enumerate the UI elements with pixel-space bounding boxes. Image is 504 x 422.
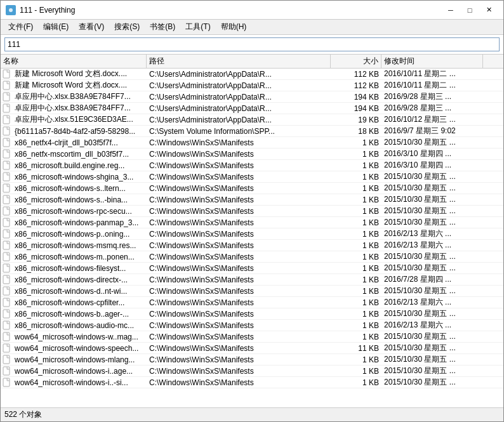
file-icon (1, 240, 12, 251)
file-icon (1, 343, 12, 354)
table-row[interactable]: 新建 Microsoft Word 文档.docx....C:\Users\Ad… (1, 69, 503, 80)
table-row[interactable]: x86_netfx-mscortim_dll_b03f5f7...C:\Wind… (1, 148, 503, 160)
menu-item[interactable]: 搜索(S) (109, 20, 145, 34)
cell-date: 2015/10/30 星期五 ... (381, 206, 483, 216)
table-row[interactable]: 卓应用中心.xlsx.B38A9E784FF7...C:\Users\Admin… (1, 103, 503, 114)
file-icon (1, 217, 12, 228)
table-row[interactable]: x86_microsoft-windows-b..ager-...C:\Wind… (1, 308, 503, 320)
menu-item[interactable]: 帮助(H) (216, 20, 252, 34)
cell-size: 1 KB (331, 241, 381, 250)
cell-date: 2016/3/10 星期四 ... (381, 160, 483, 171)
search-input[interactable] (4, 37, 500, 51)
cell-date: 2016/9/28 星期三 ... (381, 91, 483, 102)
col-header-date[interactable]: 修改时间 (381, 55, 483, 68)
menu-item[interactable]: 查看(V) (74, 20, 109, 34)
table-row[interactable]: x86_microsoft-windows-shgina_3...C:\Wind… (1, 171, 503, 183)
col-header-path[interactable]: 路径 (147, 55, 331, 68)
file-icon (1, 263, 12, 274)
cell-size: 1 KB (331, 253, 381, 261)
cell-size: 11 KB (331, 344, 381, 353)
svg-rect-17 (3, 241, 10, 249)
cell-size: 1 KB (331, 298, 381, 307)
menu-item[interactable]: 文件(F) (3, 20, 38, 34)
cell-size: 1 KB (331, 138, 381, 147)
cell-size: 1 KB (331, 150, 381, 159)
svg-rect-28 (3, 367, 10, 375)
cell-path: C:\Windows\WinSxS\Manifests (147, 241, 331, 250)
table-header: 名称 路径 大小 修改时间 (1, 55, 503, 69)
table-row[interactable]: 卓应用中心.xlsx.B38A9E784FF7...C:\Users\Admin… (1, 91, 503, 103)
cell-name: wow64_microsoft-windows-speech... (12, 344, 147, 353)
table-row[interactable]: wow64_microsoft-windows-speech...C:\Wind… (1, 343, 503, 354)
svg-rect-29 (3, 378, 10, 386)
table-row[interactable]: x86_microsoft-windows-cpfilter...C:\Wind… (1, 297, 503, 308)
title-bar: 111 - Everything ─ □ ✕ (1, 1, 503, 20)
minimize-button[interactable]: ─ (441, 4, 460, 16)
file-icon (1, 377, 12, 388)
menu-item[interactable]: 工具(T) (180, 20, 215, 34)
svg-rect-20 (3, 275, 10, 284)
table-row[interactable]: wow64_microsoft-windows-mlang...C:\Windo… (1, 354, 503, 366)
file-icon (1, 320, 12, 331)
table-row[interactable]: wow64_microsoft-windows-w..mag...C:\Wind… (1, 331, 503, 343)
svg-rect-2 (3, 70, 10, 78)
cell-name: x86_microsoft-windows-panmap_3... (12, 218, 147, 227)
file-icon (1, 308, 12, 320)
menu-item[interactable]: 书签(B) (145, 20, 180, 34)
cell-date: 2016/9/7 星期三 9:02 (381, 126, 483, 136)
cell-path: C:\Windows\WinSxS\Manifests (147, 355, 331, 364)
cell-size: 1 KB (331, 287, 381, 296)
col-header-name[interactable]: 名称 (1, 55, 147, 68)
cell-path: C:\Windows\WinSxS\Manifests (147, 161, 331, 170)
table-row[interactable]: x86_microsoft-windows-audio-mc...C:\Wind… (1, 320, 503, 331)
menu-item[interactable]: 编辑(E) (38, 20, 74, 34)
table-row[interactable]: x86_microsoft-windows-filesyst...C:\Wind… (1, 263, 503, 274)
svg-rect-19 (3, 264, 10, 272)
file-icon (1, 331, 12, 343)
cell-date: 2016/2/13 星期六 ... (381, 240, 483, 251)
table-row[interactable]: x86_microsoft-windows-p..oning...C:\Wind… (1, 228, 503, 240)
maximize-button[interactable]: □ (460, 4, 479, 16)
svg-rect-27 (3, 355, 10, 364)
close-button[interactable]: ✕ (479, 4, 498, 16)
cell-date: 2016/10/12 星期三 ... (381, 114, 483, 125)
table-row[interactable]: wow64_microsoft-windows-i..-si...C:\Wind… (1, 377, 503, 388)
file-icon (1, 114, 12, 126)
cell-date: 2016/7/28 星期四 ... (381, 274, 483, 285)
file-icon (1, 274, 12, 286)
cell-date: 2015/10/30 星期五 ... (381, 263, 483, 274)
file-icon (1, 286, 12, 297)
status-text: 522 个对象 (4, 409, 42, 420)
cell-name: x86_microsoft.build.engine.reg... (12, 161, 147, 170)
cell-date: 2015/10/30 星期五 ... (381, 343, 483, 353)
table-row[interactable]: x86_microsoft.build.engine.reg...C:\Wind… (1, 160, 503, 171)
table-row[interactable]: 新建 Microsoft Word 文档.docx....C:\Users\Ad… (1, 80, 503, 91)
cell-name: 新建 Microsoft Word 文档.docx.... (12, 80, 147, 91)
table-row[interactable]: x86_microsoft-windows-s..ltern...C:\Wind… (1, 183, 503, 194)
cell-name: wow64_microsoft-windows-i..age... (12, 367, 147, 376)
cell-path: C:\Users\Administrator\AppData\R... (147, 81, 331, 90)
col-header-size[interactable]: 大小 (331, 55, 381, 68)
table-row[interactable]: x86_microsoft-windows-msmq.res...C:\Wind… (1, 240, 503, 251)
table-row[interactable]: x86_microsoft-windows-s..-bina...C:\Wind… (1, 194, 503, 206)
table-row[interactable]: x86_microsoft-windows-m..ponen...C:\Wind… (1, 251, 503, 263)
cell-path: C:\Windows\WinSxS\Manifests (147, 195, 331, 204)
file-icon (1, 228, 12, 240)
svg-rect-3 (3, 81, 10, 89)
table-row[interactable]: x86_microsoft-windows-directx-...C:\Wind… (1, 274, 503, 286)
table-row[interactable]: x86_netfx4-clrjit_dll_b03f5f7f...C:\Wind… (1, 137, 503, 148)
cell-name: x86_microsoft-windows-s..ltern... (12, 184, 147, 193)
table-row[interactable]: x86_microsoft-windows-rpc-secu...C:\Wind… (1, 206, 503, 217)
table-row[interactable]: 卓应用中心.xlsx.51E9C36ED3AE...C:\Users\Admin… (1, 114, 503, 126)
cell-date: 2016/10/11 星期二 ... (381, 69, 483, 79)
cell-size: 1 KB (331, 310, 381, 319)
table-row[interactable]: x86_microsoft-windows-panmap_3...C:\Wind… (1, 217, 503, 228)
file-icon (1, 171, 12, 183)
table-row[interactable]: wow64_microsoft-windows-i..age...C:\Wind… (1, 366, 503, 377)
table-row[interactable]: {b6111a57-8d4b-4af2-af59-58298...C:\Syst… (1, 126, 503, 137)
cell-name: wow64_microsoft-windows-i..-si... (12, 378, 147, 387)
cell-path: C:\Windows\WinSxS\Manifests (147, 275, 331, 284)
svg-rect-10 (3, 161, 10, 169)
table-row[interactable]: x86_microsoft-windows-d..nt-wi...C:\Wind… (1, 286, 503, 297)
cell-size: 1 KB (331, 378, 381, 387)
